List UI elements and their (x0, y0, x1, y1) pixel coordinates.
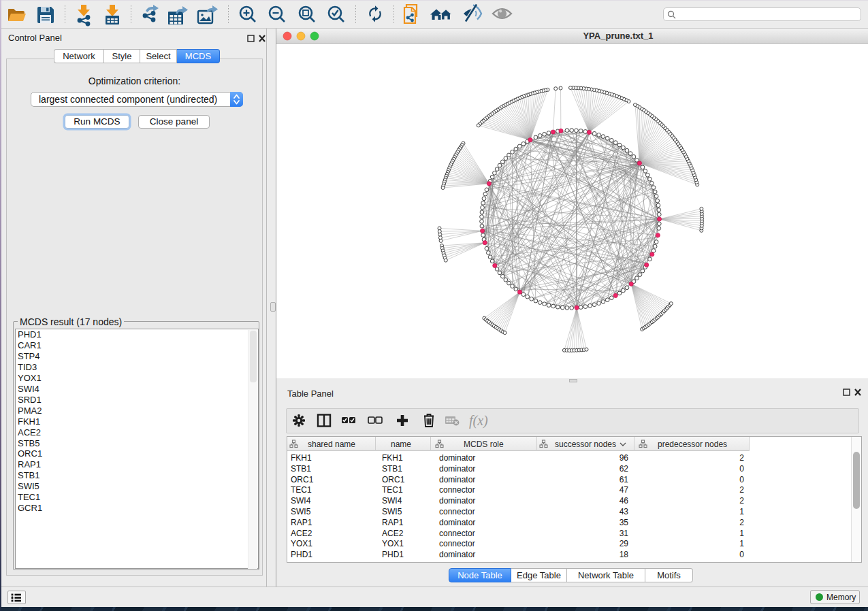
svg-text:f(x): f(x) (469, 413, 488, 429)
